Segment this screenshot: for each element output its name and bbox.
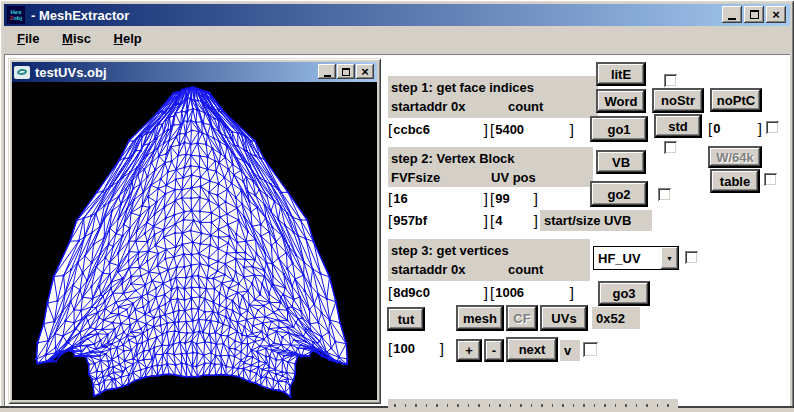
step3-startaddr-label: startaddr 0x: [391, 262, 465, 277]
hex52-label: 0x52: [592, 307, 640, 329]
step1-sublabels: startaddr 0x count: [391, 97, 595, 116]
viewer-icon: [14, 66, 30, 79]
minus-button[interactable]: -: [484, 339, 504, 362]
minimize-button[interactable]: [722, 6, 742, 23]
step2-uvpos-label: UV pos: [491, 168, 536, 187]
close-button[interactable]: ×: [766, 6, 786, 23]
step1-heading: step 1: get face indices startaddr 0x co…: [388, 76, 598, 118]
dropdown-arrow-icon: ▼: [666, 255, 673, 262]
viewer-title: testUVs.obj: [35, 65, 107, 80]
viewer-close-icon: ×: [361, 67, 369, 77]
uvb-caption: start/size UVB: [540, 210, 652, 231]
w64k-button[interactable]: W/64k: [708, 146, 762, 168]
next-button[interactable]: next: [506, 337, 558, 362]
step1-count-field: [490, 119, 574, 140]
minimize-icon: [728, 12, 736, 20]
go3-button[interactable]: go3: [598, 281, 650, 306]
step1-startaddr-input[interactable]: [392, 122, 484, 137]
step-input[interactable]: [392, 341, 440, 356]
vertex-format-combobox[interactable]: HF_UV ▼: [593, 246, 679, 270]
step1-title: step 1: get face indices: [391, 78, 595, 97]
tut-button[interactable]: tut: [387, 307, 425, 331]
menu-bar: File Misc Help: [4, 27, 790, 54]
extra-field: [708, 118, 762, 139]
extra-checkbox[interactable]: [766, 121, 779, 134]
clipped-text-strip: [388, 399, 678, 408]
step1-startaddr-field: [388, 119, 488, 140]
plus-button[interactable]: +: [456, 339, 482, 362]
step1-count-label: count: [508, 97, 543, 116]
viewer-window: testUVs.obj ×: [8, 58, 381, 404]
step2-uvpos-field: [490, 188, 538, 209]
app-icon: Hex 2obj: [7, 6, 25, 24]
step3-heading: step 3: get vertices startaddr 0x count: [388, 239, 590, 281]
nostr-button[interactable]: noStr: [652, 88, 704, 113]
viewer-minimize-button[interactable]: [318, 64, 336, 79]
table-checkbox[interactable]: [764, 173, 777, 186]
step2-uvbsize-input[interactable]: [494, 213, 534, 228]
v-label: v: [560, 340, 580, 361]
step1-count-input[interactable]: [494, 122, 570, 137]
lite-button[interactable]: litE: [596, 62, 646, 86]
meshextractor-window: Hex 2obj - MeshExtractor × File Misc Hel…: [0, 0, 794, 412]
menu-file[interactable]: File: [8, 27, 48, 50]
step3-count-label: count: [508, 260, 543, 279]
title-bar: Hex 2obj - MeshExtractor: [4, 4, 790, 26]
maximize-button[interactable]: [744, 6, 764, 23]
step3-startaddr-field: [388, 282, 488, 303]
go1-button[interactable]: go1: [590, 116, 648, 142]
step3-title: step 3: get vertices: [391, 241, 587, 260]
vertex-format-value: HF_UV: [594, 247, 661, 269]
viewer-canvas: [12, 82, 377, 400]
step3-count-input[interactable]: [494, 285, 570, 300]
std-button[interactable]: std: [654, 114, 702, 138]
step2-fvfsize-label: FVFsize: [391, 170, 440, 185]
close-icon: ×: [772, 10, 780, 20]
vb-button[interactable]: VB: [596, 150, 646, 174]
viewer-maximize-button[interactable]: [337, 64, 355, 79]
step3-sublabels: startaddr 0x count: [391, 260, 587, 279]
go2-checkbox[interactable]: [658, 188, 671, 201]
step1-startaddr-label: startaddr 0x: [391, 99, 465, 114]
step2-uvbstart-input[interactable]: [392, 213, 484, 228]
step2-uvpos-input[interactable]: [494, 191, 534, 206]
step2-uvbsize-field: [490, 210, 538, 231]
window-title: - MeshExtractor: [31, 8, 129, 23]
v-checkbox[interactable]: [583, 342, 598, 357]
uvs-button[interactable]: UVs: [540, 305, 588, 331]
viewer-minimize-icon: [324, 69, 331, 77]
table-button[interactable]: table: [710, 169, 760, 193]
noptc-button[interactable]: noPtC: [710, 88, 762, 112]
step-field: [388, 338, 444, 359]
step2-title: step 2: Vertex Block: [391, 149, 590, 168]
word-button[interactable]: Word: [596, 89, 646, 113]
step2-uvbstart-field: [388, 210, 488, 231]
cf-button[interactable]: CF: [506, 305, 538, 331]
wireframe-mesh: [12, 82, 377, 400]
viewer-close-button[interactable]: ×: [356, 64, 374, 79]
nostr-checkbox[interactable]: [664, 74, 677, 87]
go2-button[interactable]: go2: [590, 181, 648, 207]
std-checkbox[interactable]: [664, 141, 677, 154]
step2-fvfsize-field: [388, 188, 488, 209]
format-checkbox[interactable]: [685, 251, 698, 264]
viewer-maximize-icon: [342, 68, 350, 76]
step2-heading: step 2: Vertex Block FVFsize UV pos: [388, 147, 593, 187]
step2-fvfsize-input[interactable]: [392, 191, 484, 206]
extra-input[interactable]: [712, 121, 758, 136]
step2-sublabels: FVFsize UV pos: [391, 168, 590, 187]
menu-help[interactable]: Help: [105, 27, 151, 50]
menu-misc[interactable]: Misc: [53, 27, 100, 50]
dropdown-button[interactable]: ▼: [661, 247, 678, 269]
step3-startaddr-input[interactable]: [392, 285, 484, 300]
maximize-icon: [750, 10, 759, 19]
mesh-button[interactable]: mesh: [456, 305, 504, 331]
app-icon-text2: 2obj: [10, 15, 22, 21]
step3-count-field: [490, 282, 574, 303]
